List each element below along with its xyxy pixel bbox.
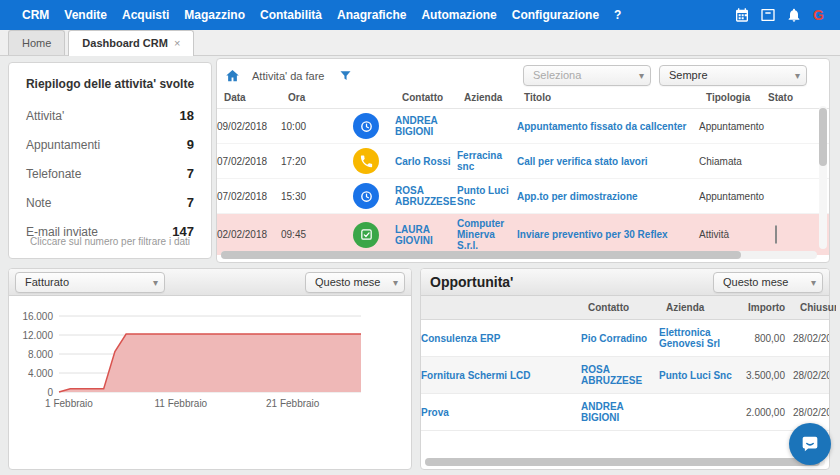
tab-bar: Home Dashboard CRM×	[0, 30, 840, 56]
tab-dashboard-crm[interactable]: Dashboard CRM×	[68, 30, 194, 56]
opportunity-contact-link[interactable]: Pio Corradino	[581, 333, 659, 344]
user-avatar[interactable]: G	[811, 7, 824, 23]
activity-title-link[interactable]: Call per verifica stato lavori	[517, 156, 699, 167]
activity-contact-link[interactable]: ROSA ABRUZZESE	[395, 185, 457, 207]
activity-contact-link[interactable]: LAURA GIOVINI	[395, 224, 457, 246]
opportunita-table-header: Contatto Azienda Importo Chiusura	[421, 296, 829, 320]
metric-select[interactable]: Fatturato	[15, 272, 165, 293]
nav-item-anagrafiche[interactable]: Anagrafiche	[337, 8, 406, 22]
col-ora: Ora	[288, 92, 344, 103]
summary-row: Telefonate 7	[9, 159, 211, 188]
opportunity-amount: 3.500,00	[741, 370, 787, 381]
opportunity-name-link[interactable]: Prova	[421, 407, 581, 418]
activities-horizontal-scrollbar[interactable]	[221, 251, 817, 259]
activity-time: 10:00	[281, 121, 337, 132]
activities-table-header: Data Ora Contatto Azienda Titolo Tipolog…	[217, 92, 829, 109]
col-icon	[344, 92, 402, 103]
opportunita-horizontal-scrollbar[interactable]	[425, 458, 825, 466]
calendar-icon[interactable]	[733, 7, 750, 24]
activity-date: 09/02/2018	[217, 121, 281, 132]
nav-item-magazzino[interactable]: Magazzino	[184, 8, 245, 22]
opportunity-name-link[interactable]: Consulenza ERP	[421, 333, 581, 344]
col-stato: Stato	[768, 92, 814, 103]
opportunita-period-select[interactable]: Questo mese	[713, 272, 823, 293]
summary-rows: Attivita' 18 Appuntamenti 9 Telefonate 7…	[9, 101, 211, 246]
activity-company-link[interactable]: Punto Luci Snc	[457, 185, 517, 207]
nav-item-vendite[interactable]: Vendite	[64, 8, 107, 22]
activity-contact-link[interactable]: ANDREA BIGIONI	[395, 115, 457, 137]
home-icon[interactable]	[225, 68, 241, 84]
summary-row-value[interactable]: 18	[180, 108, 194, 123]
activity-title-link[interactable]: Inviare preventivo per 30 Reflex	[517, 229, 699, 240]
svg-text:21 Febbraio: 21 Febbraio	[266, 398, 320, 409]
activity-row[interactable]: 02/02/2018 09:45 LAURA GIOVINI Computer …	[217, 214, 829, 255]
svg-text:4.000: 4.000	[28, 368, 53, 379]
summary-row-value[interactable]: 7	[187, 166, 194, 181]
opportunity-company-link[interactable]: Elettronica Genovesi Srl	[659, 327, 741, 349]
activity-date: 02/02/2018	[217, 229, 281, 240]
svg-text:12.000: 12.000	[22, 330, 53, 341]
opportunity-row[interactable]: Consulenza ERP Pio Corradino Elettronica…	[421, 320, 829, 357]
clock-icon	[353, 183, 379, 209]
activity-type: Appuntamento	[699, 121, 761, 132]
opportunity-company-link[interactable]: Punto Luci Snc	[659, 370, 741, 381]
tab-home[interactable]: Home	[8, 30, 65, 55]
activity-status-checkbox[interactable]	[775, 225, 777, 244]
opportunita-title: Opportunita'	[427, 274, 513, 290]
activity-company-link[interactable]: Computer Minerva S.r.l.	[457, 218, 517, 251]
col-importo: Importo	[748, 302, 794, 313]
activity-type-select[interactable]: Seleziona	[523, 65, 651, 86]
topnav-right-icons: G	[733, 7, 840, 24]
activities-panel: Attivita' da fare Seleziona Sempre Data …	[216, 58, 830, 263]
fatturato-chart-area: 04.0008.00012.00016.0001 Febbraio11 Febb…	[9, 296, 411, 456]
col-titolo: Titolo	[524, 92, 706, 103]
nav-item-acquisti[interactable]: Acquisti	[122, 8, 169, 22]
filter-funnel-icon[interactable]	[338, 68, 354, 84]
summary-row: Attivita' 18	[9, 101, 211, 130]
activity-row[interactable]: 07/02/2018 17:20 Carlo Rossi Ferracina s…	[217, 144, 829, 179]
summary-row-value[interactable]: 9	[187, 137, 194, 152]
bell-icon[interactable]	[785, 7, 802, 24]
summary-footnote: Cliccare sul numero per filtrare i dati	[9, 236, 211, 247]
nav-item-automazione[interactable]: Automazione	[421, 8, 496, 22]
top-navigation-bar: CRMVenditeAcquistiMagazzinoContabilitàAn…	[0, 0, 840, 30]
opportunity-row[interactable]: Prova ANDREA BIGIONI 2.000,00 28/02/2018	[421, 394, 829, 431]
activity-contact-link[interactable]: Carlo Rossi	[395, 156, 457, 167]
col-tipologia: Tipologia	[706, 92, 768, 103]
activity-date: 07/02/2018	[217, 191, 281, 202]
activity-status	[761, 226, 807, 244]
opportunity-contact-link[interactable]: ANDREA BIGIONI	[581, 401, 659, 423]
summary-row-value[interactable]: 7	[187, 195, 194, 210]
activity-row[interactable]: 09/02/2018 10:00 ANDREA BIGIONI Appuntam…	[217, 109, 829, 144]
nav-item-crm[interactable]: CRM	[22, 8, 49, 22]
summary-row: Note 7	[9, 188, 211, 217]
opportunity-name-link[interactable]: Fornitura Schermi LCD	[421, 370, 581, 381]
nav-item-?[interactable]: ?	[614, 8, 621, 22]
nav-item-configurazione[interactable]: Configurazione	[512, 8, 599, 22]
tab-close-icon[interactable]: ×	[174, 37, 180, 49]
activity-period-select[interactable]: Sempre	[659, 65, 807, 86]
chat-bubble-icon	[799, 433, 821, 455]
chat-launcher-button[interactable]	[789, 423, 831, 465]
inbox-icon[interactable]	[759, 7, 776, 24]
activity-title-link[interactable]: Appuntamento fissato da callcenter	[517, 121, 699, 132]
opportunity-close-date: 28/02/2018	[787, 407, 829, 418]
nav-item-contabilit[interactable]: Contabilità	[260, 8, 322, 22]
activity-time: 17:20	[281, 156, 337, 167]
fatturato-period-select[interactable]: Questo mese	[305, 272, 405, 293]
fatturato-panel: Fatturato Questo mese 04.0008.00012.0001…	[8, 268, 412, 470]
opportunity-close-date: 28/02/2018	[787, 370, 829, 381]
clock-icon	[353, 113, 379, 139]
activities-vertical-scrollbar[interactable]	[819, 106, 827, 249]
activity-row[interactable]: 07/02/2018 15:30 ROSA ABRUZZESE Punto Lu…	[217, 179, 829, 214]
opportunita-header: Opportunita' Questo mese	[421, 269, 829, 296]
opportunity-amount: 800,00	[741, 333, 787, 344]
opportunity-contact-link[interactable]: ROSA ABRUZZESE	[581, 364, 659, 386]
opportunity-row[interactable]: Fornitura Schermi LCD ROSA ABRUZZESE Pun…	[421, 357, 829, 394]
activity-type: Appuntamento	[699, 191, 761, 202]
check-icon	[353, 222, 379, 248]
summary-row: Appuntamenti 9	[9, 130, 211, 159]
activity-title-link[interactable]: App.to per dimostrazione	[517, 191, 699, 202]
col-azienda: Azienda	[666, 302, 748, 313]
activity-company-link[interactable]: Ferracina snc	[457, 150, 517, 172]
